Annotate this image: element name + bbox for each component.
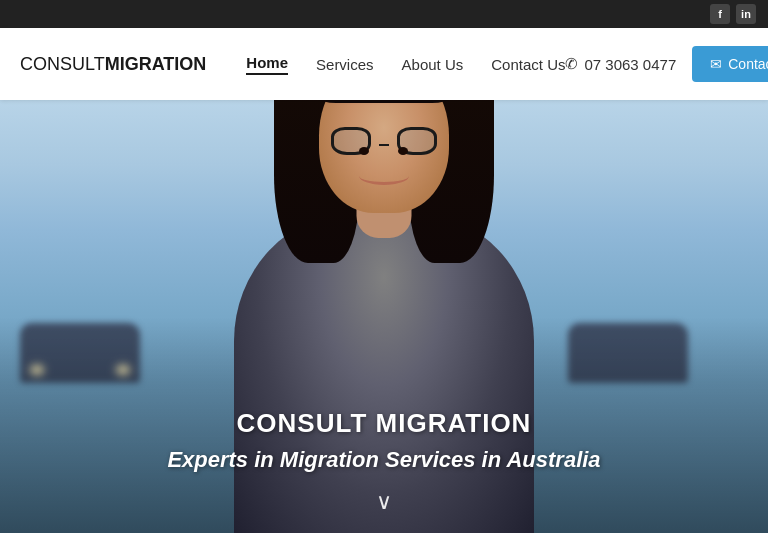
top-bar: f in <box>0 0 768 28</box>
facebook-icon[interactable]: f <box>710 4 730 24</box>
nav-links: Home Services About Us Contact Us <box>246 54 565 75</box>
logo-light: CONSULT <box>20 54 105 74</box>
contact-btn-label: Contact Us <box>728 56 768 72</box>
logo[interactable]: CONSULTMIGRATION <box>20 54 206 75</box>
linkedin-icon[interactable]: in <box>736 4 756 24</box>
nav-contact[interactable]: Contact Us <box>491 56 565 73</box>
hero-section: CONSULT MIGRATION Experts in Migration S… <box>0 100 768 533</box>
nav-about[interactable]: About Us <box>402 56 464 73</box>
nav-right: 07 3063 0477 Contact Us <box>565 46 768 82</box>
logo-bold: MIGRATION <box>105 54 207 74</box>
eye-right <box>398 147 408 155</box>
hero-subtitle: Experts in Migration Services in Austral… <box>0 447 768 473</box>
smile <box>359 167 409 185</box>
nav-home[interactable]: Home <box>246 54 288 75</box>
hero-text-block: CONSULT MIGRATION Experts in Migration S… <box>0 408 768 473</box>
navbar: CONSULTMIGRATION Home Services About Us … <box>0 28 768 100</box>
hero-scroll-down[interactable]: ∨ <box>376 489 392 515</box>
eye-left <box>359 147 369 155</box>
glasses <box>331 127 437 155</box>
glass-bridge <box>379 144 389 146</box>
envelope-icon <box>710 56 722 72</box>
hero-title: CONSULT MIGRATION <box>0 408 768 439</box>
phone-text: 07 3063 0477 <box>584 56 676 73</box>
person-head <box>319 100 449 213</box>
person-body <box>234 213 534 533</box>
phone-number: 07 3063 0477 <box>565 55 676 73</box>
contact-button[interactable]: Contact Us <box>692 46 768 82</box>
phone-icon <box>565 55 578 73</box>
nav-services[interactable]: Services <box>316 56 374 73</box>
